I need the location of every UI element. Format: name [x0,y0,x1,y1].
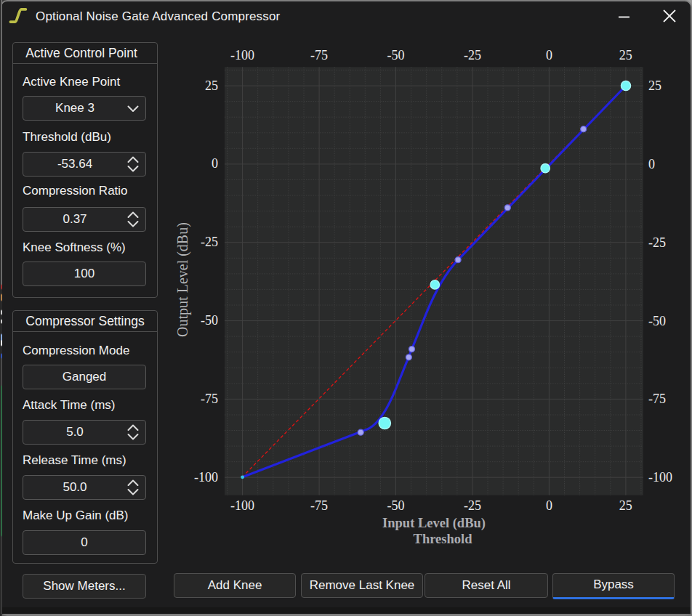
svg-text:-25: -25 [464,48,481,62]
svg-text:-100: -100 [230,498,254,513]
svg-text:25: 25 [648,78,661,93]
svg-text:Output Level (dBu): Output Level (dBu) [174,222,191,337]
svg-text:-25: -25 [648,235,666,250]
svg-text:0: 0 [212,156,218,171]
svg-text:-25: -25 [464,498,481,513]
svg-text:-75: -75 [201,392,218,406]
svg-text:0: 0 [546,498,552,513]
svg-text:-100: -100 [194,470,218,485]
svg-text:-100: -100 [230,48,254,62]
svg-text:-25: -25 [201,235,218,249]
svg-text:Input Level (dBu): Input Level (dBu) [382,516,486,531]
svg-text:0: 0 [546,48,552,62]
svg-text:0: 0 [648,157,655,171]
svg-text:25: 25 [205,78,218,93]
svg-text:-100: -100 [648,470,672,485]
svg-text:Threshold: Threshold [414,532,473,546]
svg-text:-75: -75 [648,392,666,406]
svg-text:-50: -50 [648,314,666,328]
svg-text:-50: -50 [387,498,405,513]
svg-text:-50: -50 [387,48,405,62]
svg-text:25: 25 [619,498,632,513]
svg-text:-75: -75 [310,498,328,513]
svg-text:-50: -50 [201,313,218,328]
svg-text:-75: -75 [310,48,328,62]
svg-text:25: 25 [619,48,632,62]
